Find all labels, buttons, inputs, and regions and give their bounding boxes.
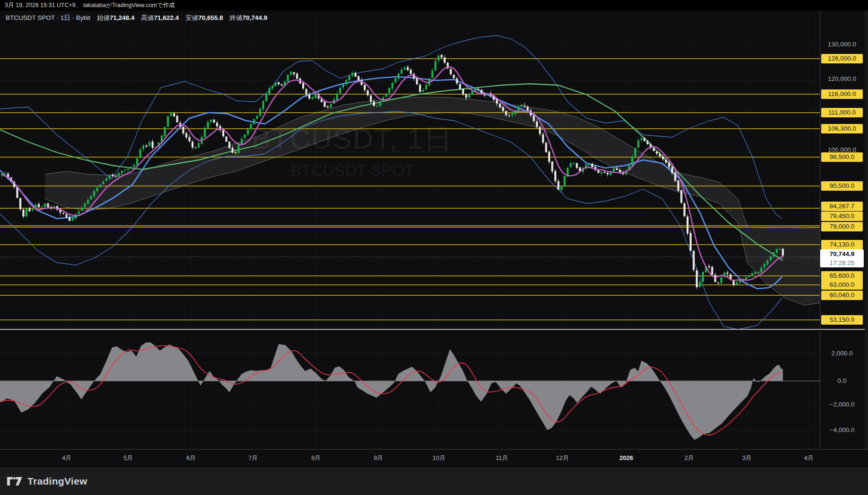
ohlc-label: 高値 [141, 14, 154, 21]
price-axis-border [820, 10, 820, 466]
time-axis-label: 4月 [804, 450, 814, 467]
oscillator-axis-label: 2,000.0 [821, 349, 863, 358]
time-axis-label: 11月 [496, 450, 509, 467]
creation-info-bar: 3月 19, 2026 15:31 UTC+9、 takatabaがTradin… [0, 0, 868, 10]
time-axis-label: 9月 [374, 450, 383, 467]
price-level-tag: 116,000.0 [821, 89, 863, 99]
ohlc-value: 70,655.8 [198, 14, 223, 21]
price-level-tag: 79,000.0 [821, 222, 863, 231]
price-level-tag: 65,600.0 [821, 271, 863, 281]
time-axis[interactable]: 4月5月6月7月8月9月10月11月12月20262月3月4月 [0, 449, 868, 467]
footer-bar: TradingView [0, 466, 868, 495]
oscillator-axis-label: −4,000.0 [821, 425, 863, 435]
price-level-tag: 79,450.0 [821, 212, 863, 221]
time-axis-label: 8月 [311, 450, 321, 467]
price-level-tag: 90,500.0 [821, 181, 863, 191]
last-price-tag: 70,744.9 17:28:25 [820, 249, 864, 267]
price-level-tag: 53,150.0 [821, 315, 863, 325]
time-axis-label: 5月 [123, 450, 133, 467]
oscillator-axis-label: −2,000.0 [821, 400, 863, 409]
tradingview-brand-text[interactable]: TradingView [27, 476, 88, 487]
ohlc-value: 70,744.9 [242, 14, 267, 21]
time-axis-label: 7月 [248, 450, 258, 467]
price-level-tag: 63,000.0 [821, 280, 863, 290]
legend-ohlc-values: 始値71,248.4高値71,622.4安値70,655.8終値70,744.9 [90, 14, 267, 21]
price-axis-label: 130,000.0 [821, 40, 863, 49]
time-axis-label: 4月 [62, 450, 71, 467]
price-level-tag: 74,130.0 [821, 240, 863, 249]
price-level-tag: 84,267.7 [821, 202, 863, 211]
right-edge-strip [865, 10, 868, 466]
chart-canvas[interactable] [0, 10, 868, 495]
ohlc-label: 始値 [97, 14, 110, 21]
ohlc-value: 71,622.4 [154, 14, 179, 21]
time-axis-label: 2月 [684, 450, 694, 467]
price-level-tag: 111,000.0 [821, 108, 863, 117]
time-axis-label: 6月 [186, 450, 196, 467]
ohlc-value: 71,248.4 [110, 14, 135, 21]
time-axis-label: 2026 [620, 450, 633, 467]
price-level-tag: 98,500.0 [821, 152, 863, 162]
last-price-value: 70,744.9 [820, 249, 864, 258]
tradingview-logo-icon[interactable] [7, 475, 23, 488]
price-level-tag: 106,300.0 [821, 124, 863, 133]
bar-countdown: 17:28:25 [820, 258, 864, 267]
price-axis-label: 120,000.0 [821, 74, 863, 84]
price-level-tag: 126,000.0 [821, 54, 863, 63]
symbol-legend[interactable]: BTCUSDT SPOT · 1日 · Bybit始値71,248.4高値71,… [6, 14, 267, 22]
chart-region[interactable]: BTCUSDT, 1日 BTCUSDT SPOT BTCUSDT SPOT · … [0, 10, 868, 449]
oscillator-axis-label: 0.0 [821, 376, 863, 386]
price-level-tag: 60,040.0 [821, 291, 863, 300]
time-axis-label: 10月 [432, 450, 445, 467]
ohlc-label: 終値 [229, 14, 242, 21]
time-axis-label: 3月 [742, 450, 752, 467]
ohlc-label: 安値 [185, 14, 198, 21]
legend-symbol-title[interactable]: BTCUSDT SPOT · 1日 · Bybit [6, 14, 90, 21]
creation-info-text: 3月 19, 2026 15:31 UTC+9、 takatabaがTradin… [5, 2, 175, 9]
time-axis-label: 12月 [556, 450, 569, 467]
